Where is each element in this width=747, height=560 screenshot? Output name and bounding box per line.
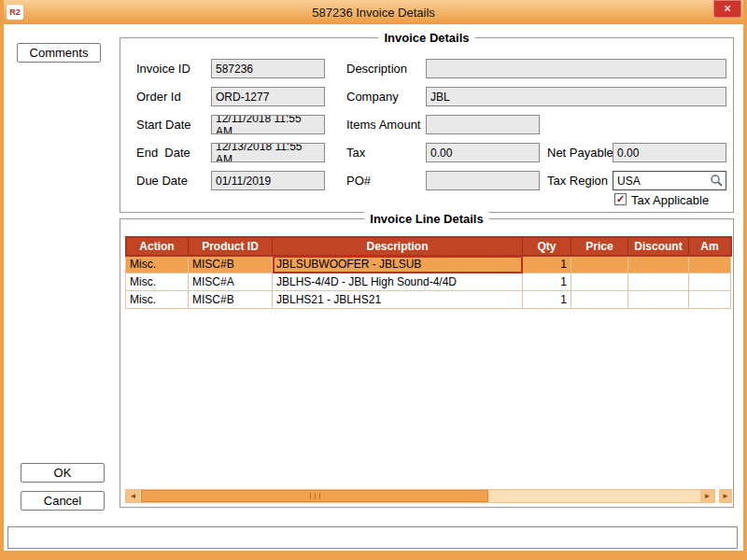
cell-price[interactable] <box>571 256 628 273</box>
column-header-description: Description <box>273 237 523 256</box>
due-date-field[interactable]: 01/11/2019 <box>211 171 325 190</box>
start-date-field[interactable]: 12/11/2018 11:55 AM <box>211 115 325 134</box>
invoice-details-group: Invoice Details Invoice ID 587236 Descri… <box>120 37 734 213</box>
tax-field[interactable]: 0.00 <box>426 143 540 162</box>
cell-product-id[interactable]: MISC#B <box>189 256 273 273</box>
tax-region-label: Tax Region <box>547 174 608 188</box>
table-header-row: Action Product ID Description Qty Price … <box>126 237 731 256</box>
po-label: PO# <box>346 174 371 188</box>
cell-product-id[interactable]: MISC#A <box>189 273 273 291</box>
scrollbar-grip <box>319 493 320 499</box>
app-icon: R2 <box>7 5 23 20</box>
close-icon: ✕ <box>723 3 731 15</box>
cell-amount[interactable] <box>689 273 731 291</box>
column-header-action: Action <box>126 237 189 256</box>
order-id-field[interactable]: ORD-1277 <box>211 87 325 106</box>
cancel-button[interactable]: Cancel <box>21 491 105 511</box>
cell-action[interactable]: Misc. <box>126 256 189 273</box>
end-date-field[interactable]: 12/13/2018 11:55 AM <box>211 143 325 162</box>
column-header-product-id: Product ID <box>189 237 273 256</box>
po-field[interactable] <box>426 171 540 190</box>
start-date-label: Start Date <box>136 118 191 132</box>
cell-qty[interactable]: 1 <box>523 291 571 309</box>
invoice-id-label: Invoice ID <box>136 62 190 76</box>
scroll-right-button[interactable]: ► <box>700 490 714 502</box>
table-row[interactable]: Misc. MISC#A JBLHS-4/4D - JBL High Sound… <box>126 273 731 291</box>
tax-applicable-label: Tax Applicable <box>631 193 709 207</box>
scroll-far-right-icon: ► <box>722 492 729 500</box>
scroll-far-right-button[interactable]: ► <box>719 489 732 503</box>
cell-amount[interactable] <box>689 291 731 309</box>
scroll-right-icon: ► <box>704 492 712 500</box>
cell-discount[interactable] <box>628 291 689 309</box>
cell-price[interactable] <box>571 291 628 309</box>
scrollbar-thumb[interactable] <box>141 490 488 502</box>
scroll-left-button[interactable]: ◄ <box>126 490 140 502</box>
invoice-details-group-title: Invoice Details <box>378 31 474 45</box>
order-id-label: Order Id <box>136 90 181 104</box>
cell-amount[interactable] <box>689 256 731 273</box>
cell-action[interactable]: Misc. <box>126 273 189 291</box>
horizontal-scrollbar[interactable]: ◄ ► <box>125 489 715 503</box>
net-payable-label: Net Payable <box>547 146 613 160</box>
app-icon-text: R2 <box>9 7 21 17</box>
scroll-left-icon: ◄ <box>130 492 137 500</box>
column-header-amount: Am <box>689 237 731 256</box>
cell-price[interactable] <box>571 273 628 291</box>
column-header-discount: Discount <box>628 237 689 256</box>
due-date-label: Due Date <box>136 174 188 188</box>
line-items-table: Action Product ID Description Qty Price … <box>125 236 731 309</box>
company-field[interactable]: JBL <box>426 87 726 106</box>
cell-description[interactable]: JBLSUBWOOFER - JBLSUB <box>273 256 523 273</box>
cell-qty[interactable]: 1 <box>523 273 571 291</box>
cell-description[interactable]: JBLHS-4/4D - JBL High Sound-4/4D <box>273 273 523 291</box>
invoice-id-field[interactable]: 587236 <box>211 59 325 78</box>
checkmark-icon: ✓ <box>616 194 625 204</box>
close-button[interactable]: ✕ <box>713 0 741 18</box>
tax-region-value: USA <box>617 175 641 188</box>
cell-product-id[interactable]: MISC#B <box>189 291 273 309</box>
scrollbar-grip <box>310 493 311 499</box>
comments-button[interactable]: Comments <box>17 43 101 63</box>
status-bar <box>7 526 738 549</box>
end-date-label: End Date <box>136 146 190 160</box>
cell-qty[interactable]: 1 <box>523 256 571 273</box>
table-row[interactable]: Misc. MISC#B JBLSUBWOOFER - JBLSUB 1 <box>126 256 731 273</box>
table-row[interactable]: Misc. MISC#B JBLHS21 - JBLHS21 1 <box>126 291 731 309</box>
window-title: 587236 Invoice Details <box>4 6 743 20</box>
tax-label: Tax <box>346 146 365 160</box>
tax-region-field[interactable]: USA <box>613 171 726 190</box>
scrollbar-grip <box>315 493 316 499</box>
invoice-line-details-group: Invoice Line Details Action Product ID D… <box>120 218 734 508</box>
company-label: Company <box>346 90 399 104</box>
description-field[interactable] <box>426 59 726 78</box>
cell-description[interactable]: JBLHS21 - JBLHS21 <box>273 291 523 309</box>
cell-action[interactable]: Misc. <box>126 291 189 309</box>
invoice-line-details-group-title: Invoice Line Details <box>364 212 488 226</box>
items-amount-label: Items Amount <box>346 118 420 132</box>
column-header-qty: Qty <box>523 237 571 256</box>
cell-discount[interactable] <box>628 256 689 273</box>
tax-applicable-checkbox[interactable]: ✓ <box>614 193 627 205</box>
cell-discount[interactable] <box>628 273 689 291</box>
column-header-price: Price <box>571 237 628 256</box>
invoice-details-window: R2 587236 Invoice Details ✕ Comments OK … <box>0 0 747 560</box>
search-icon[interactable] <box>710 174 724 190</box>
description-label: Description <box>346 62 407 76</box>
net-payable-field[interactable]: 0.00 <box>613 143 726 162</box>
items-amount-field[interactable] <box>426 115 540 134</box>
titlebar: R2 587236 Invoice Details ✕ <box>4 0 743 24</box>
ok-button[interactable]: OK <box>21 463 105 483</box>
